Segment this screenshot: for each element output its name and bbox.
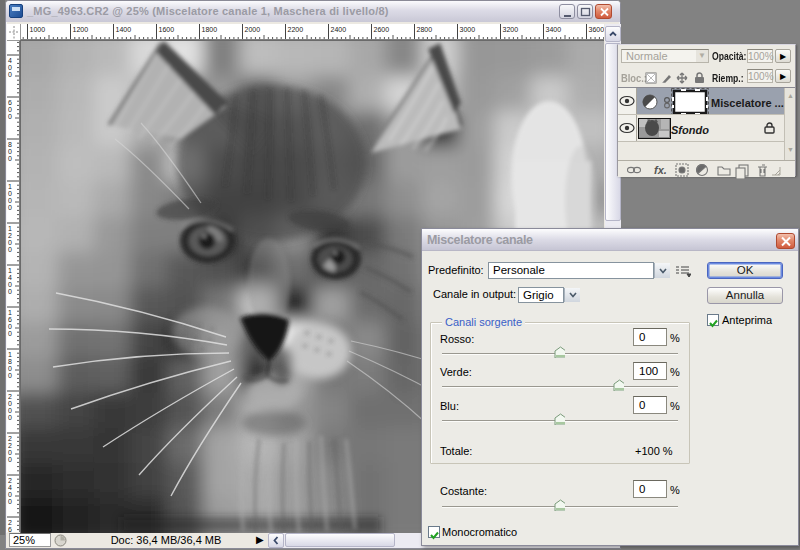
- svg-text:1: 1: [8, 267, 12, 274]
- svg-text:0: 0: [8, 190, 12, 197]
- svg-text:2600: 2600: [374, 26, 390, 33]
- svg-text:6: 6: [8, 526, 12, 532]
- svg-text:0: 0: [8, 330, 12, 337]
- svg-text:0: 0: [8, 155, 12, 162]
- svg-text:6: 6: [8, 316, 12, 323]
- svg-text:0: 0: [8, 414, 12, 421]
- svg-text:2000: 2000: [245, 26, 261, 33]
- svg-text:4: 4: [8, 274, 12, 281]
- svg-text:3000: 3000: [460, 26, 476, 33]
- svg-text:1: 1: [8, 351, 12, 358]
- svg-text:0: 0: [8, 148, 12, 155]
- svg-text:0: 0: [8, 106, 12, 113]
- svg-text:2400: 2400: [331, 26, 347, 33]
- svg-text:4: 4: [8, 484, 12, 491]
- svg-text:2800: 2800: [417, 26, 433, 33]
- svg-text:1600: 1600: [159, 26, 175, 33]
- svg-text:0: 0: [8, 64, 12, 71]
- svg-text:2: 2: [8, 232, 12, 239]
- svg-text:0: 0: [8, 281, 12, 288]
- svg-text:1000: 1000: [30, 26, 46, 33]
- svg-text:1400: 1400: [116, 26, 132, 33]
- svg-text:0: 0: [8, 449, 12, 456]
- svg-text:0: 0: [8, 400, 12, 407]
- svg-text:1800: 1800: [202, 26, 218, 33]
- svg-text:4: 4: [8, 57, 12, 64]
- svg-text:6: 6: [8, 99, 12, 106]
- svg-text:8: 8: [8, 141, 12, 148]
- svg-text:3400: 3400: [546, 26, 562, 33]
- svg-text:1: 1: [8, 183, 12, 190]
- svg-text:0: 0: [8, 323, 12, 330]
- svg-text:0: 0: [8, 407, 12, 414]
- svg-text:fx.: fx.: [654, 164, 667, 176]
- svg-text:2: 2: [8, 519, 12, 526]
- svg-text:3200: 3200: [503, 26, 519, 33]
- svg-text:0: 0: [8, 197, 12, 204]
- svg-text:0: 0: [8, 365, 12, 372]
- svg-text:2: 2: [8, 393, 12, 400]
- svg-text:0: 0: [8, 246, 12, 253]
- svg-text:0: 0: [8, 288, 12, 295]
- svg-text:2: 2: [8, 477, 12, 484]
- svg-text:0: 0: [8, 113, 12, 120]
- svg-text:0: 0: [8, 456, 12, 463]
- svg-text:1: 1: [8, 309, 12, 316]
- svg-text:8: 8: [8, 358, 12, 365]
- svg-text:0: 0: [8, 204, 12, 211]
- svg-text:0: 0: [8, 372, 12, 379]
- svg-text:0: 0: [8, 239, 12, 246]
- svg-text:0: 0: [8, 71, 12, 78]
- svg-text:2200: 2200: [288, 26, 304, 33]
- svg-text:1: 1: [8, 225, 12, 232]
- svg-text:1200: 1200: [73, 26, 89, 33]
- svg-text:2: 2: [8, 442, 12, 449]
- svg-text:0: 0: [8, 498, 12, 505]
- svg-text:2: 2: [8, 435, 12, 442]
- svg-text:3600: 3600: [589, 26, 605, 33]
- svg-text:0: 0: [8, 491, 12, 498]
